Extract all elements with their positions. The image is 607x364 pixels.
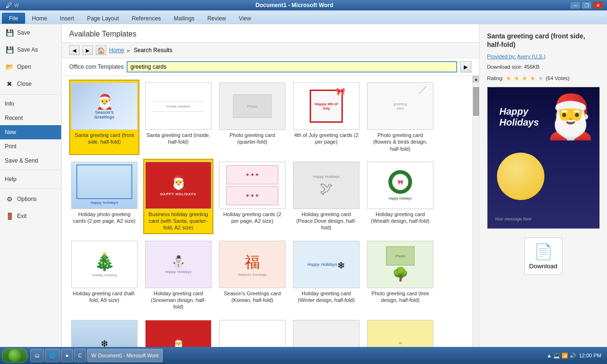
open-icon: 📂 xyxy=(5,62,14,72)
ie-icon: 🌐 xyxy=(49,353,56,359)
options-icon: ⚙ xyxy=(5,194,14,204)
template-item-wreath[interactable]: 🎀 Happy Holidays Holiday greeting card (… xyxy=(365,159,435,234)
panel-provided-by: Provided by: Avery (U.S.) xyxy=(487,54,599,59)
tab-review[interactable]: Review xyxy=(201,13,232,24)
template-item-holiday-photo[interactable]: happy holidays Holiday photo greeting ca… xyxy=(69,159,139,234)
taskbar-buttons: 🗂 🌐 ● C W Document1 - Microsoft Word xyxy=(30,349,163,362)
template-label-photo-quarter: Photo greeting card (quarter-fold) xyxy=(220,132,285,146)
sidebar-item-savesend[interactable]: Save & Send xyxy=(0,154,61,168)
template-item-business-holiday[interactable]: 🎅 HAPPY HOLIDAYS Business holiday greeti… xyxy=(143,159,213,234)
template-item-photo-tree[interactable]: Photo 🌳 Photo greeting card (tree design… xyxy=(365,238,435,313)
template-item-photo-quarter[interactable]: Photo Photo greeting card (quarter-fold) xyxy=(217,80,287,155)
template-item-korean[interactable]: 福 Season's Greetings Season's Greetings … xyxy=(217,238,287,313)
system-tray: ▲ 💻 📶 🔊 12:00 PM xyxy=(543,353,605,359)
template-label-holiday-photo: Holiday photo greeting cards (2 per page… xyxy=(72,211,137,225)
panel-download-size: Download size: 456KB xyxy=(487,64,599,70)
template-thumb-holiday-2pp: ✦✦✦ ✦✦✦ xyxy=(219,162,285,209)
sidebar-item-help[interactable]: Help xyxy=(0,172,61,186)
tab-insert[interactable]: Insert xyxy=(54,13,80,24)
word-icon: W xyxy=(14,3,18,8)
sidebar-item-print[interactable]: Print xyxy=(0,139,61,154)
panel-rating: Rating: ★ ★ ★ ★ ★ (64 Votes) xyxy=(487,74,599,82)
taskbar-word[interactable]: W Document1 - Microsoft Word xyxy=(87,349,163,362)
saveas-icon: 💾 xyxy=(5,45,14,55)
start-button[interactable] xyxy=(2,348,28,363)
preview-santa-figure: 🎅 xyxy=(544,92,597,142)
template-thumb-korean: 福 Season's Greetings xyxy=(219,241,285,288)
rating-label: Rating: xyxy=(487,75,504,81)
right-panel: Santa greeting card (front side, half-fo… xyxy=(479,24,607,355)
nav-forward-button[interactable]: ▶ xyxy=(83,46,93,55)
scroll-thumb[interactable] xyxy=(473,87,479,116)
close-icon: ✖ xyxy=(5,79,14,89)
tab-pagelayout[interactable]: Page Layout xyxy=(81,13,125,24)
taskbar: 🗂 🌐 ● C W Document1 - Microsoft Word ▲ 💻… xyxy=(0,347,607,364)
taskbar-ie[interactable]: 🌐 xyxy=(45,349,60,362)
nav-home-label[interactable]: Home xyxy=(109,47,124,54)
tab-home[interactable]: Home xyxy=(26,13,53,24)
sidebar-label-print: Print xyxy=(5,143,17,150)
sidebar-label-save: Save xyxy=(17,29,30,36)
nav-back-button[interactable]: ◀ xyxy=(69,46,80,55)
tab-mailings[interactable]: Mailings xyxy=(167,13,201,24)
template-item-july4[interactable]: Happy 4th of July 🎀 4th of July greeting… xyxy=(291,80,361,155)
template-label-santa-front: Santa greeting card (front side, half-fo… xyxy=(72,132,137,146)
sidebar-item-recent[interactable]: Recent xyxy=(0,111,61,125)
taskbar-corel[interactable]: C xyxy=(74,349,86,362)
template-item-tree[interactable]: 🎄 Holiday Greeting Holiday greeting card… xyxy=(69,238,139,313)
system-time: 12:00 PM xyxy=(579,353,601,358)
search-go-button[interactable]: ▶ xyxy=(460,61,471,73)
sidebar-item-open[interactable]: 📂 Open xyxy=(0,58,61,75)
main-layout: 💾 Save 💾 Save As 📂 Open ✖ Close Info Rec… xyxy=(0,24,607,355)
template-item-holiday-2pp[interactable]: ✦✦✦ ✦✦✦ Holiday greeting cards (2 per pa… xyxy=(217,159,287,234)
tab-view[interactable]: View xyxy=(233,13,258,24)
scrollbar: ▲ ▼ xyxy=(472,76,479,355)
tab-file[interactable]: File xyxy=(2,13,25,24)
taskbar-chrome[interactable]: ● xyxy=(61,349,73,362)
tab-references[interactable]: References xyxy=(126,13,167,24)
template-thumb-july4: Happy 4th of July 🎀 xyxy=(293,82,359,130)
nav-separator: ▶ xyxy=(127,48,131,53)
sidebar-label-recent: Recent xyxy=(5,115,23,121)
sidebar-item-exit[interactable]: 🚪 Exit xyxy=(0,208,61,225)
restore-button[interactable]: ❐ xyxy=(581,1,592,9)
template-thumb-photo-quarter: Photo xyxy=(219,82,285,130)
tray-icons: ▲ 💻 📶 🔊 xyxy=(547,353,576,359)
template-label-tree: Holiday greeting card (half-fold, A9 siz… xyxy=(72,290,137,304)
sidebar-label-exit: Exit xyxy=(17,213,27,219)
template-item-santa-inside[interactable]: Inside content Santa greeting card (insi… xyxy=(143,80,213,155)
template-item-santa-front[interactable]: 🎅 Season'sGreetings Santa greeting card … xyxy=(69,80,139,155)
chrome-icon: ● xyxy=(65,353,69,358)
sidebar-item-info[interactable]: Info xyxy=(0,97,61,111)
scroll-track xyxy=(473,82,479,348)
sidebar-label-saveas: Save As xyxy=(17,46,38,53)
template-item-flowers[interactable]: ——— greetingcard Photo greeting card (fl… xyxy=(365,80,435,155)
template-row-3: 🎄 Holiday Greeting Holiday greeting card… xyxy=(69,238,465,313)
sidebar-item-close[interactable]: ✖ Close xyxy=(0,75,61,92)
template-thumb-business-holiday: 🎅 HAPPY HOLIDAYS xyxy=(145,162,212,209)
explorer-icon: 🗂 xyxy=(35,353,40,358)
search-input[interactable] xyxy=(127,61,457,73)
sidebar-item-options[interactable]: ⚙ Options xyxy=(0,191,61,208)
minimize-button[interactable]: ─ xyxy=(570,1,580,9)
ribbon: File Home Insert Page Layout References … xyxy=(0,10,607,24)
nav-home-button[interactable]: 🏠 xyxy=(96,46,106,55)
sidebar-divider-2 xyxy=(0,170,61,170)
sidebar-item-new[interactable]: New xyxy=(0,125,61,139)
sidebar-item-save[interactable]: 💾 Save xyxy=(0,24,61,41)
template-item-snowman[interactable]: ⛄ Happy Holidays Holiday greeting card (… xyxy=(143,238,213,313)
ribbon-tabs: File Home Insert Page Layout References … xyxy=(0,10,607,24)
template-item-peace-dove[interactable]: Happy Holidays 🕊 Holiday greeting card (… xyxy=(291,159,361,234)
templates-area: 🎅 Season'sGreetings Santa greeting card … xyxy=(62,76,479,355)
template-label-flowers: Photo greeting card (flowers & birds des… xyxy=(368,132,432,152)
close-window-button[interactable]: ✕ xyxy=(593,1,603,9)
download-button[interactable]: 📄 Download xyxy=(524,237,562,275)
taskbar-explorer[interactable]: 🗂 xyxy=(30,349,44,362)
sidebar-item-saveas[interactable]: 💾 Save As xyxy=(0,41,61,58)
content-area: Available Templates ◀ ▶ 🏠 Home ▶ Search … xyxy=(62,24,479,355)
template-item-winter[interactable]: Happy Holidays ❄ Holiday greeting card (… xyxy=(291,238,361,313)
sidebar-divider-1 xyxy=(0,94,61,95)
template-label-photo-tree: Photo greeting card (tree design, half-f… xyxy=(368,290,432,304)
provider-link[interactable]: Avery (U.S.) xyxy=(517,54,546,59)
scroll-up-button[interactable]: ▲ xyxy=(473,76,479,82)
